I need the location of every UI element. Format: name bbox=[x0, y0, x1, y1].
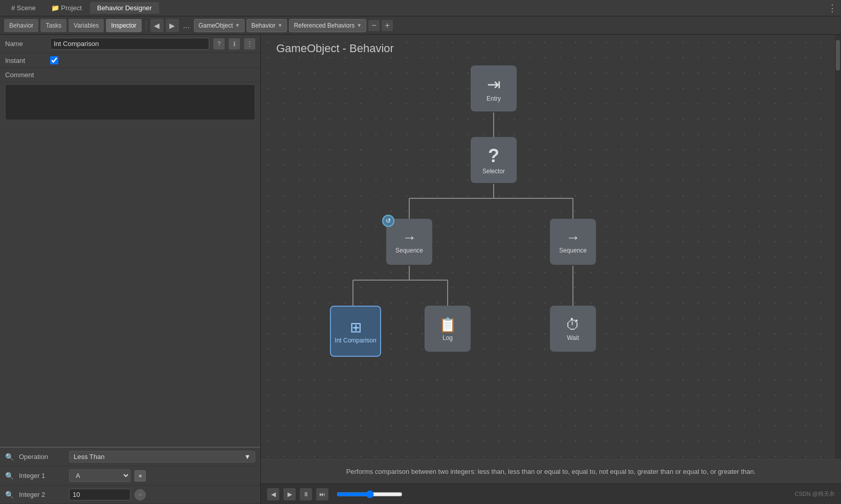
variables-tab-btn[interactable]: Variables bbox=[69, 19, 104, 32]
main-layout: Name ? ℹ ⋮ Instant Comment 🔍 Operation L… bbox=[0, 35, 841, 504]
status-step-btn[interactable]: ⏭ bbox=[316, 488, 328, 500]
seq1-icon: → bbox=[402, 230, 416, 246]
seq1-label: Sequence bbox=[395, 247, 423, 254]
intcomp-label: Int Comparison bbox=[335, 337, 376, 344]
watermark: CSDN @韩天衣 bbox=[795, 490, 835, 498]
hash-icon: # bbox=[11, 4, 17, 12]
tab-behavior-designer[interactable]: Behavior Designer bbox=[90, 2, 159, 14]
status-pause-btn[interactable]: ⏸ bbox=[300, 488, 312, 500]
integer1-label: Integer 1 bbox=[19, 472, 65, 479]
plus-button[interactable]: + bbox=[382, 20, 393, 31]
behavior-dropdown-arrow: ▼ bbox=[278, 22, 283, 28]
selector-node[interactable]: ? Selector bbox=[471, 137, 517, 183]
minus-button[interactable]: − bbox=[368, 20, 380, 31]
selector-label: Selector bbox=[482, 168, 505, 175]
name-input[interactable] bbox=[50, 38, 209, 50]
menu-button[interactable]: ⋮ bbox=[244, 38, 255, 50]
scrollbar-thumb bbox=[836, 40, 840, 71]
breadcrumb-dots[interactable]: ... bbox=[181, 21, 192, 30]
info-button[interactable]: ℹ bbox=[229, 38, 240, 50]
referenced-behaviors-dropdown[interactable]: Referenced Behaviors ▼ bbox=[289, 19, 366, 32]
log-label: Log bbox=[442, 334, 453, 341]
operation-search-icon: 🔍 bbox=[5, 453, 14, 461]
integer1-square-btn[interactable]: ■ bbox=[135, 470, 146, 482]
name-row: Name ? ℹ ⋮ bbox=[0, 35, 260, 53]
tasks-tab-btn[interactable]: Tasks bbox=[40, 19, 67, 32]
comment-textarea[interactable] bbox=[5, 84, 255, 120]
status-slider[interactable] bbox=[337, 490, 403, 498]
breakpoint-badge: ↺ bbox=[382, 215, 394, 227]
integer1-select[interactable]: A bbox=[69, 469, 130, 482]
log-node[interactable]: 📋 Log bbox=[425, 306, 471, 352]
behavior-dropdown[interactable]: Behavior ▼ bbox=[247, 19, 287, 32]
operation-label: Operation bbox=[19, 453, 65, 461]
folder-icon: 📁 bbox=[51, 4, 61, 12]
instant-checkbox[interactable] bbox=[50, 56, 58, 64]
selector-icon: ? bbox=[488, 145, 499, 167]
inspector-tab-btn[interactable]: Inspector bbox=[106, 19, 141, 32]
status-play-btn[interactable]: ▶ bbox=[283, 488, 296, 500]
separator bbox=[146, 20, 146, 31]
integer1-search-icon: 🔍 bbox=[5, 472, 14, 480]
tab-project[interactable]: 📁 Project bbox=[44, 2, 89, 14]
integer2-input[interactable] bbox=[69, 489, 130, 500]
nav-forward-button[interactable]: ▶ bbox=[166, 19, 179, 32]
intcomp-icon: ⊞ bbox=[350, 319, 362, 336]
wait-node[interactable]: ⏱ Wait bbox=[550, 306, 596, 352]
top-more-button[interactable]: ⋮ bbox=[828, 3, 837, 14]
sequence2-node[interactable]: → Sequence bbox=[550, 219, 596, 265]
operation-dropdown[interactable]: Less Than ▼ bbox=[69, 451, 255, 463]
log-icon: 📋 bbox=[439, 316, 457, 333]
entry-label: Entry bbox=[486, 95, 501, 102]
sequence1-node[interactable]: ↺ → Sequence bbox=[386, 219, 432, 265]
canvas-scrollbar[interactable] bbox=[835, 35, 841, 484]
integer1-row: 🔍 Integer 1 A ■ bbox=[0, 466, 260, 486]
operation-dropdown-arrow: ▼ bbox=[244, 453, 251, 461]
instant-row: Instant bbox=[0, 53, 260, 68]
status-nav-left[interactable]: ◀ bbox=[267, 488, 279, 500]
canvas-area[interactable]: GameObject - Behavior ⇥ Entry ? bbox=[261, 35, 841, 504]
intcomparison-node[interactable]: ⊞ Int Comparison bbox=[330, 306, 381, 357]
wait-icon: ⏱ bbox=[566, 316, 580, 333]
comment-label-row: Comment bbox=[0, 68, 260, 82]
comment-area bbox=[0, 82, 260, 447]
top-tab-bar: # Scene 📁 Project Behavior Designer ⋮ bbox=[0, 0, 841, 16]
nav-back-button[interactable]: ◀ bbox=[150, 19, 164, 32]
secondary-toolbar: Behavior Tasks Variables Inspector ◀ ▶ .… bbox=[0, 16, 841, 35]
integer2-circle-btn[interactable]: ○ bbox=[135, 489, 146, 500]
entry-icon: ⇥ bbox=[487, 75, 501, 94]
name-label: Name bbox=[5, 40, 46, 48]
integer2-label: Integer 2 bbox=[19, 491, 65, 498]
entry-node[interactable]: ⇥ Entry bbox=[471, 65, 517, 111]
status-bar: ◀ ▶ ⏸ ⏭ CSDN @韩天衣 bbox=[261, 484, 841, 504]
description-bar: Performs comparison between two integers… bbox=[261, 459, 841, 484]
comment-label: Comment bbox=[5, 71, 46, 79]
integer2-search-icon: 🔍 bbox=[5, 491, 14, 499]
seq2-icon: → bbox=[566, 230, 580, 246]
fields-section: 🔍 Operation Less Than ▼ 🔍 Integer 1 A ■ … bbox=[0, 447, 260, 504]
gameobject-dropdown-arrow: ▼ bbox=[235, 22, 240, 28]
gameobject-dropdown[interactable]: GameObject ▼ bbox=[194, 19, 245, 32]
operation-row: 🔍 Operation Less Than ▼ bbox=[0, 448, 260, 466]
inspector-panel: Name ? ℹ ⋮ Instant Comment 🔍 Operation L… bbox=[0, 35, 261, 504]
integer2-row: 🔍 Integer 2 ○ bbox=[0, 486, 260, 504]
tab-scene[interactable]: # Scene bbox=[4, 2, 43, 14]
canvas-title: GameObject - Behavior bbox=[276, 42, 394, 55]
seq2-label: Sequence bbox=[559, 247, 587, 254]
wait-label: Wait bbox=[567, 334, 579, 341]
instant-label: Instant bbox=[5, 57, 46, 64]
referenced-behaviors-arrow: ▼ bbox=[357, 22, 362, 28]
behavior-tab-btn[interactable]: Behavior bbox=[4, 19, 38, 32]
help-button[interactable]: ? bbox=[213, 38, 225, 50]
